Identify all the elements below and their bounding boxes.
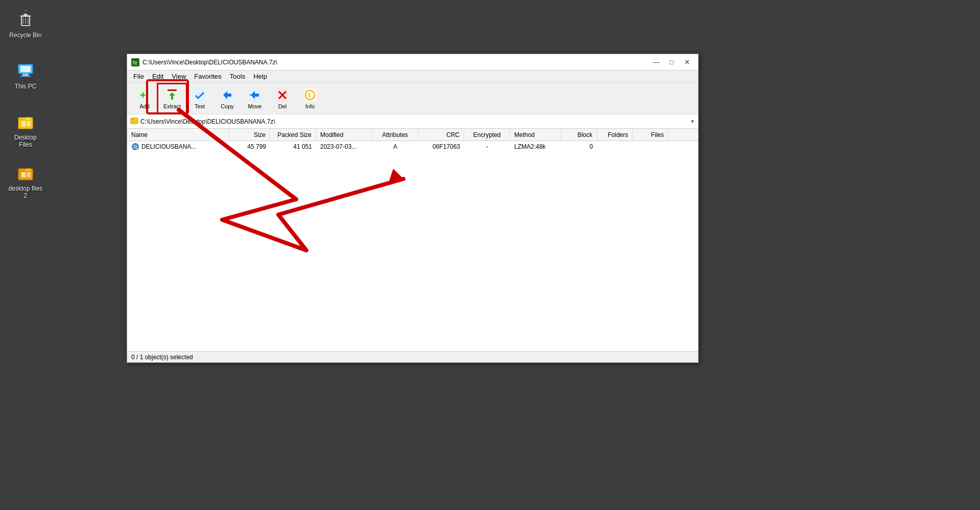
file-attr-cell: A [372, 141, 418, 152]
status-text: 0 / 1 object(s) selected [131, 354, 193, 361]
menu-bar: File Edit View Favorites Tools Help [127, 71, 698, 83]
col-header-crc[interactable]: CRC [418, 129, 464, 141]
svg-rect-9 [20, 76, 31, 77]
menu-tools[interactable]: Tools [226, 72, 249, 81]
extract-icon [165, 88, 179, 102]
svg-text:+: + [140, 89, 146, 101]
minimize-button[interactable]: — [649, 57, 663, 68]
title-bar: 7z C:\Users\Vince\Desktop\DELICIOUSBANAN… [127, 54, 698, 71]
delete-label: Del [278, 103, 287, 109]
7zip-window: 7z C:\Users\Vince\Desktop\DELICIOUSBANAN… [127, 54, 699, 363]
desktop-icon-desktop-files-2[interactable]: desktop files 2 [5, 158, 46, 203]
column-headers: Name Size Packed Size Modified Attribute… [127, 129, 698, 141]
recycle-bin-icon [15, 9, 36, 30]
extract-label: Extract [163, 103, 181, 109]
file-type-icon [131, 143, 139, 151]
desktop-icon-recycle-bin[interactable]: Recycle Bin [5, 5, 46, 43]
copy-icon [220, 88, 234, 102]
menu-file[interactable]: File [129, 72, 148, 81]
table-row[interactable]: DELICIOUSBANA... 45 799 41 051 2023-07-0… [127, 141, 698, 152]
add-button[interactable]: + Add [131, 85, 158, 112]
address-bar-input[interactable] [140, 118, 688, 125]
delete-icon [275, 88, 290, 102]
close-button[interactable]: ✕ [680, 57, 694, 68]
file-crc-cell: 06F17063 [418, 141, 464, 152]
file-packed-cell: 41 051 [270, 141, 316, 152]
copy-button[interactable]: Copy [214, 85, 241, 112]
svg-rect-2 [23, 14, 28, 15]
svg-point-38 [134, 146, 136, 148]
toolbar: + Add Extract T [127, 83, 698, 114]
add-icon: + [137, 88, 152, 102]
desktop-files-2-label: desktop files 2 [7, 185, 44, 199]
svg-text:7z: 7z [132, 60, 137, 65]
file-method-cell: LZMA2:48k [510, 141, 561, 152]
address-bar-nav-icon [130, 117, 138, 126]
info-icon: i [303, 88, 317, 102]
copy-label: Copy [221, 103, 234, 109]
menu-favorites[interactable]: Favorites [190, 72, 225, 81]
file-modified-cell: 2023-07-03... [316, 141, 372, 152]
col-header-size[interactable]: Size [229, 129, 270, 141]
delete-button[interactable]: Del [269, 85, 296, 112]
desktop-icon-desktop-files[interactable]: Desktop Files [5, 107, 46, 152]
add-label: Add [139, 103, 150, 109]
move-label: Move [248, 103, 262, 109]
svg-rect-11 [21, 121, 26, 126]
col-header-packed-size[interactable]: Packed Size [270, 129, 316, 141]
menu-edit[interactable]: Edit [148, 72, 168, 81]
col-header-modified[interactable]: Modified [316, 129, 372, 141]
svg-rect-15 [27, 172, 31, 177]
file-block-cell: 0 [561, 141, 597, 152]
col-header-files[interactable]: Files [633, 129, 668, 141]
maximize-button[interactable]: □ [664, 57, 679, 68]
this-pc-label: This PC [15, 83, 37, 90]
file-encrypted-cell: - [464, 141, 510, 152]
info-label: Info [305, 103, 315, 109]
title-bar-text: C:\Users\Vince\Desktop\DELICIOUSBANANA.7… [142, 59, 649, 66]
window-controls: — □ ✕ [649, 57, 694, 68]
file-folders-cell [597, 141, 633, 152]
app-icon: 7z [131, 58, 139, 66]
address-bar-dropdown-icon[interactable]: ▼ [690, 119, 695, 124]
col-header-attributes[interactable]: Attributes [372, 129, 418, 141]
file-name: DELICIOUSBANA... [141, 143, 196, 150]
desktop-files-icon [15, 111, 36, 132]
recycle-bin-label: Recycle Bin [9, 32, 41, 39]
col-header-folders[interactable]: Folders [597, 129, 633, 141]
svg-rect-23 [193, 88, 206, 102]
svg-rect-7 [20, 66, 31, 72]
desktop-files-2-icon [15, 163, 36, 183]
test-label: Test [195, 103, 205, 109]
file-name-cell: DELICIOUSBANA... [127, 141, 229, 152]
col-header-encrypted[interactable]: Encrypted [464, 129, 510, 141]
file-list: Name Size Packed Size Modified Attribute… [127, 129, 698, 351]
this-pc-icon [15, 60, 36, 81]
col-header-name[interactable]: Name [127, 129, 229, 141]
address-bar: ▼ [127, 114, 698, 129]
menu-help[interactable]: Help [249, 72, 271, 81]
test-icon [193, 88, 207, 102]
svg-text:i: i [308, 91, 310, 99]
file-size-cell: 45 799 [229, 141, 270, 152]
col-header-method[interactable]: Method [510, 129, 561, 141]
svg-rect-8 [22, 74, 29, 76]
svg-rect-21 [168, 89, 177, 91]
desktop-icon-this-pc[interactable]: This PC [5, 56, 46, 94]
menu-view[interactable]: View [168, 72, 190, 81]
svg-rect-1 [20, 15, 31, 17]
test-button[interactable]: Test [186, 85, 213, 112]
svg-rect-12 [27, 121, 31, 126]
move-icon [248, 88, 262, 102]
file-files-cell [633, 141, 668, 152]
status-bar: 0 / 1 object(s) selected [127, 351, 698, 362]
desktop-files-label: Desktop Files [7, 134, 44, 148]
extract-button[interactable]: Extract [159, 85, 185, 112]
col-header-block[interactable]: Block [561, 129, 597, 141]
svg-rect-14 [21, 172, 26, 177]
info-button[interactable]: i Info [297, 85, 323, 112]
move-button[interactable]: Move [242, 85, 268, 112]
